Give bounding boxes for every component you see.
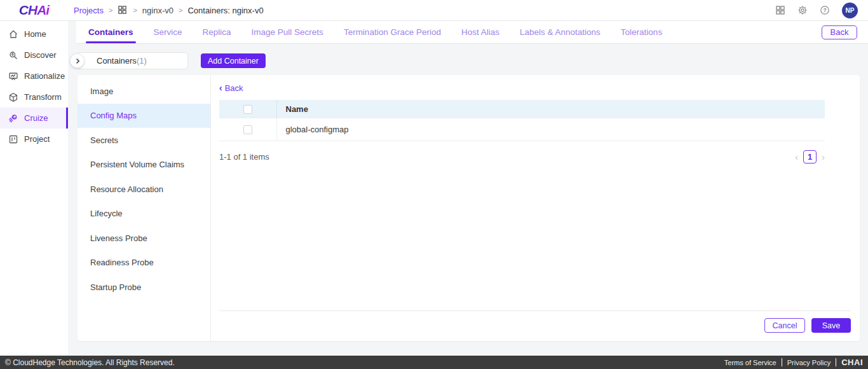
expander-count: (1) (137, 56, 147, 66)
nav-item-readiness-probe[interactable]: Readiness Probe (78, 251, 210, 275)
privacy-policy-link[interactable]: Privacy Policy (787, 359, 831, 366)
discover-search-icon (8, 50, 18, 60)
back-link-label: Back (225, 83, 243, 93)
user-avatar[interactable]: NP (842, 3, 858, 18)
nav-item-resource-allocation[interactable]: Resource Allocation (78, 177, 210, 202)
home-icon (8, 29, 18, 39)
pagination-page-1[interactable]: 1 (803, 150, 817, 164)
sidebar-item-label: Discover (24, 50, 57, 60)
cruize-comet-icon (8, 113, 18, 123)
apps-grid-icon[interactable] (775, 5, 785, 15)
sidebar-item-label: Project (24, 134, 50, 144)
sidebar-item-label: Cruize (24, 113, 48, 123)
footer-links: Terms of Service Privacy Policy CHAI (724, 358, 863, 367)
pager: ‹ 1 › (795, 150, 825, 164)
table-header-row: Name (219, 100, 825, 118)
settings-gear-icon[interactable] (797, 5, 808, 15)
footer-brand: CHAI (841, 358, 863, 367)
footer-separator (836, 358, 836, 366)
footer-copyright: © CloudHedge Technologies. All Rights Re… (5, 358, 175, 367)
tab-labels-annotations[interactable]: Labels & Annotations (519, 21, 602, 43)
transform-cube-icon (8, 92, 18, 102)
pagination-prev-icon[interactable]: ‹ (795, 152, 798, 162)
nav-item-lifecycle[interactable]: Lifecycle (78, 202, 210, 226)
sidebar-item-transform[interactable]: Transform (0, 87, 68, 108)
table-row[interactable]: global-configmap (219, 118, 825, 141)
app-footer: © CloudHedge Technologies. All Rights Re… (0, 356, 868, 369)
footer-separator (782, 358, 782, 366)
nav-item-config-maps[interactable]: Config Maps (78, 104, 210, 129)
sidebar-item-rationalize[interactable]: Rationalize (0, 66, 68, 87)
tab-termination-grace-period[interactable]: Termination Grace Period (342, 21, 442, 43)
terms-of-service-link[interactable]: Terms of Service (724, 359, 776, 366)
breadcrumb-separator: > (109, 6, 112, 14)
sidebar-item-project[interactable]: Project (0, 129, 68, 150)
pagination-row: 1-1 of 1 items ‹ 1 › (219, 150, 825, 164)
pagination-next-icon[interactable]: › (822, 152, 825, 162)
sidebar-item-label: Home (24, 29, 46, 39)
main-region: Containers Service Replica Image Pull Se… (76, 21, 868, 356)
select-all-checkbox[interactable] (243, 105, 252, 114)
save-button[interactable]: Save (811, 318, 851, 333)
breadcrumb: Projects > > nginx-v0 > Containers: ngin… (74, 5, 264, 15)
breadcrumb-current: Containers: nginx-v0 (187, 6, 263, 15)
sidebar-item-discover[interactable]: Discover (0, 45, 68, 66)
content-back-link[interactable]: ‹ Back (219, 83, 243, 93)
tab-image-pull-secrets[interactable]: Image Pull Secrets (250, 21, 325, 43)
nav-item-liveness-probe[interactable]: Liveness Probe (78, 226, 210, 251)
breadcrumb-projects-link[interactable]: Projects (74, 6, 104, 15)
tab-host-alias[interactable]: Host Alias (460, 21, 501, 43)
tab-replica[interactable]: Replica (201, 21, 233, 43)
project-grid-icon (118, 5, 128, 15)
svg-text:?: ? (823, 7, 826, 13)
project-board-icon (8, 134, 18, 144)
cancel-button[interactable]: Cancel (764, 318, 805, 333)
back-button[interactable]: Back (822, 25, 857, 39)
breadcrumb-app[interactable]: nginx-v0 (142, 6, 173, 15)
row-checkbox[interactable] (243, 125, 252, 134)
header-actions: ? NP (775, 3, 868, 18)
help-icon[interactable]: ? (820, 5, 830, 15)
chai-logo[interactable]: CHAi (0, 3, 68, 18)
breadcrumb-separator: > (179, 6, 182, 14)
sidebar-item-label: Rationalize (24, 71, 65, 81)
chevron-left-icon: ‹ (219, 83, 222, 93)
nav-item-image[interactable]: Image (78, 79, 210, 104)
sidebar-item-home[interactable]: Home (0, 24, 68, 45)
expander-chevron-icon[interactable] (70, 53, 85, 68)
app-screen: CHAi Projects > > nginx-v0 > Containers:… (0, 0, 868, 369)
pagination-summary: 1-1 of 1 items (219, 152, 269, 162)
tab-tolerations[interactable]: Tolerations (620, 21, 663, 43)
select-all-cell (219, 100, 276, 118)
sidebar: Home Discover Rationalize Transform Crui… (0, 21, 68, 356)
expander-label: Containers (97, 56, 137, 66)
tab-containers[interactable]: Containers (87, 21, 135, 43)
row-checkbox-cell (219, 118, 276, 141)
configmap-name: global-configmap (276, 118, 825, 141)
nav-item-startup-probe[interactable]: Startup Probe (78, 275, 210, 300)
rationalize-chart-icon (8, 71, 18, 81)
tab-bar: Containers Service Replica Image Pull Se… (76, 21, 868, 44)
config-maps-content: ‹ Back Name global-configmap (211, 75, 860, 341)
config-section-nav: Image Config Maps Secrets Persistent Vol… (78, 75, 211, 341)
breadcrumb-separator: > (133, 6, 137, 14)
nav-item-secrets[interactable]: Secrets (78, 128, 210, 153)
name-column-header: Name (276, 100, 825, 118)
sidebar-item-label: Transform (24, 92, 62, 102)
containers-expander: Containers(1) (76, 52, 188, 69)
add-container-button[interactable]: Add Container (201, 53, 266, 68)
form-actions: Cancel Save (219, 311, 851, 333)
sidebar-item-cruize[interactable]: Cruize (0, 108, 68, 129)
nav-item-persistent-volume-claims[interactable]: Persistent Volume Claims (78, 153, 210, 178)
container-settings-card: Image Config Maps Secrets Persistent Vol… (78, 75, 860, 341)
configmaps-table: Name global-configmap (219, 100, 825, 141)
tab-service[interactable]: Service (153, 21, 184, 43)
app-header: CHAi Projects > > nginx-v0 > Containers:… (0, 0, 868, 21)
containers-toolbar: Containers(1) Add Container (76, 44, 868, 75)
